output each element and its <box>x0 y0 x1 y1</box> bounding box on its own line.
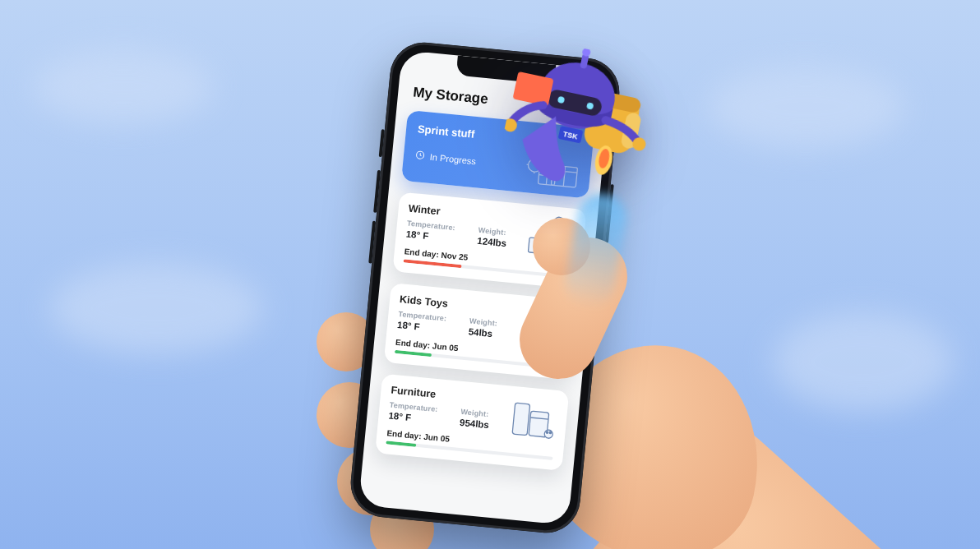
promo-stage: My Storage Sprint stuff In Progress <box>288 33 748 549</box>
toys-boxes-icon <box>515 303 569 351</box>
weight-label: Weight: <box>469 316 498 327</box>
hero-status-text: In Progress <box>429 152 476 166</box>
weight-label: Weight: <box>478 226 508 237</box>
storage-card-kids-toys[interactable]: Kids Toys Temperature: 18° F Weight: 54l… <box>384 283 578 380</box>
svg-rect-5 <box>528 238 546 254</box>
svg-rect-11 <box>512 403 530 436</box>
furniture-boxes-icon <box>507 394 561 442</box>
weight-value: 954lbs <box>460 418 490 430</box>
storage-card-furniture[interactable]: Furniture Temperature: 18° F Weight: 954… <box>375 374 569 471</box>
weight-value: 54lbs <box>468 326 497 339</box>
weight-value: 124lbs <box>477 236 507 248</box>
clock-icon <box>414 150 425 162</box>
svg-point-14 <box>546 431 548 434</box>
svg-rect-10 <box>548 318 555 324</box>
metric-weight: Weight: 954lbs <box>460 408 491 430</box>
metric-weight: Weight: 54lbs <box>468 316 497 339</box>
metric-temperature: Temperature: 18° F <box>388 401 438 426</box>
weight-label: Weight: <box>460 408 491 418</box>
metric-temperature: Temperature: 18° F <box>405 219 455 244</box>
winter-boxes-icon <box>525 213 578 261</box>
svg-point-15 <box>549 431 552 434</box>
svg-point-6 <box>554 217 565 228</box>
svg-point-13 <box>544 430 553 439</box>
metric-weight: Weight: 124lbs <box>477 226 508 248</box>
metric-temperature: Temperature: 18° F <box>397 310 447 334</box>
